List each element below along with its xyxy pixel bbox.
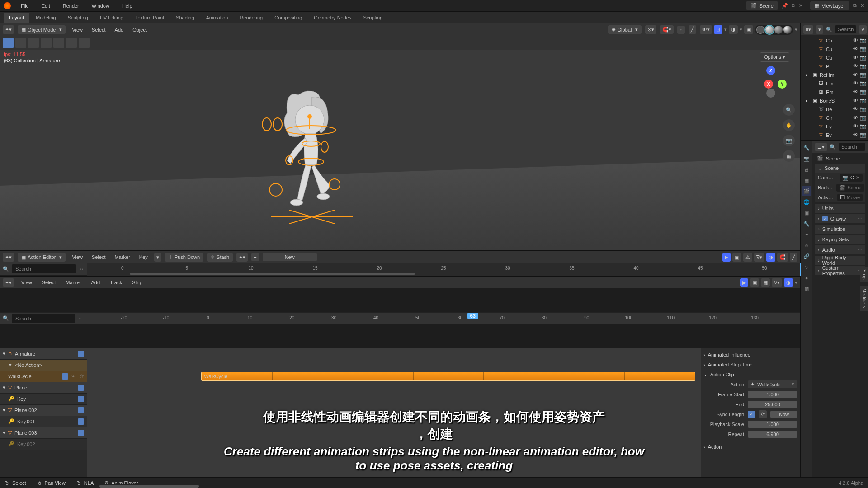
camera-view-icon[interactable]: 📷 [783,135,795,146]
ae-box-icon[interactable]: ▣ [732,253,741,262]
visibility-icon[interactable]: 👁▾ [700,25,712,34]
ae-view[interactable]: View [69,253,85,262]
tab-scripting[interactable]: Scripting [358,13,388,23]
prop-tab-physics-icon[interactable]: ⚛ [802,240,811,250]
nla-sel-icon[interactable]: ▶ [740,278,748,287]
panel-action-clip[interactable]: Action Clip⋯ [703,370,797,379]
vp-menu-object[interactable]: Object [130,25,150,34]
render-icon[interactable]: 📷 [860,72,866,78]
tab-uv[interactable]: UV Editing [94,13,129,23]
tab-texpaint[interactable]: Texture Paint [130,13,170,23]
sidepanel-tab-modifiers[interactable]: Modifiers [860,286,868,311]
viewport-3d[interactable]: fps: 11.55 (63) Collection | Armature Op… [0,50,800,250]
repeat-field[interactable]: 6.900 [748,431,797,438]
prop-tab-output-icon[interactable]: 🖨 [802,164,811,174]
nla-strip-walkcycle[interactable]: WalkCycle [201,372,695,381]
sync-now-icon[interactable]: ⟳ [759,410,767,418]
vp-menu-add[interactable]: Add [112,25,127,34]
prop-tab-object-icon[interactable]: ▣ [802,208,811,218]
chevron-icon[interactable] [810,106,816,113]
nla-add[interactable]: Add [88,278,103,287]
eye-icon[interactable]: 👁 [853,132,858,138]
push-down-button[interactable]: ⬇ Push Down [165,253,203,262]
outliner-search-input[interactable]: Search [835,25,856,33]
eye-icon[interactable]: 👁 [853,98,858,103]
sidepanel-tab-strip[interactable]: Strip [860,267,868,282]
tool-scale-icon[interactable] [53,38,64,48]
render-icon[interactable]: 📷 [860,123,866,129]
nla-select[interactable]: Select [39,278,59,287]
render-icon[interactable]: 📷 [860,46,866,52]
tab-sculpting[interactable]: Sculpting [62,13,94,23]
chevron-icon[interactable] [810,115,816,121]
tab-modeling[interactable]: Modeling [30,13,61,23]
chevron-icon[interactable]: ▸ [803,72,810,78]
nla-filter-icon[interactable]: ∇▾ [772,278,782,287]
nla-timeline[interactable]: WalkCycle [87,348,701,477]
solo-toggle[interactable] [78,407,84,413]
panel-units[interactable]: Units⋯ [815,204,865,213]
tool-transform-icon[interactable] [66,38,77,48]
ae-snap-icon[interactable]: 🧲 [777,253,788,262]
solo-toggle[interactable] [78,430,84,436]
nla-search-input[interactable]: Search [12,314,75,323]
render-icon[interactable]: 📷 [860,115,866,121]
tool-move-icon[interactable] [28,38,39,48]
solo-toggle[interactable] [78,418,84,425]
pan-icon[interactable]: ✋ [783,119,795,131]
vp-menu-select[interactable]: Select [89,25,108,34]
frame-end-field[interactable]: 25.000 [748,401,797,408]
shading-mode[interactable] [755,25,793,35]
render-icon[interactable]: 📷 [860,89,866,95]
viewport-options-button[interactable]: Options ▾ [760,52,789,62]
tool-annotate-icon[interactable] [79,38,90,48]
prop-tab-scene-icon[interactable]: 🎬 [802,186,811,196]
ae-select[interactable]: Select [89,253,108,262]
nla-box2-icon[interactable]: ▦ [761,278,770,287]
outliner-row[interactable]: 🖼Em👁📷 [801,88,868,96]
outliner-row[interactable]: ➰Be👁📷 [801,105,868,113]
chevron-icon[interactable] [810,123,816,130]
panel-anim-striptime[interactable]: ›Animated Strip Time [703,360,797,369]
prop-tab-tool-icon[interactable]: 🔧 [802,143,811,153]
panel-anim-influence[interactable]: ›Animated Influence [703,350,797,359]
render-icon[interactable]: 📷 [860,63,866,69]
nla-editor-type-icon[interactable]: ✦▾ [3,278,14,287]
shading-drop-icon[interactable]: ▾ [795,27,797,33]
outliner-filter-icon[interactable]: ∇ [859,25,867,34]
ae-normalize-icon[interactable]: ◑ [766,253,775,262]
outliner-row[interactable]: ▽Cir👁📷 [801,113,868,122]
nla-row-plane[interactable]: ▾▽Plane [0,382,87,394]
prop-tab-world-icon[interactable]: 🌐 [802,197,811,207]
panel-simulation[interactable]: Simulation⋯ [815,225,865,234]
outliner-row[interactable]: ▽Ca👁📷 [801,36,868,45]
star-icon[interactable]: ☆ [80,373,84,379]
playback-field[interactable]: 1.000 [748,421,797,428]
tool-select-box-icon[interactable] [3,38,14,48]
cam-field[interactable]: 📷C✕ [840,174,863,182]
eye-icon[interactable]: 👁 [853,46,858,52]
prop-tab-constraint-icon[interactable]: 🔗 [802,251,811,261]
eye-icon[interactable]: 👁 [853,80,858,86]
panel-rigidbody[interactable]: Rigid Body World⋯ [815,256,865,265]
ae-marker[interactable]: Marker [112,253,133,262]
nla-row-plane002[interactable]: ▾▽Plane.002 [0,405,87,416]
back-field[interactable]: 🎬Scene [836,184,864,192]
tool-cursor-icon[interactable] [15,38,26,48]
ae-mode[interactable]: ▦Action Editor▾ [18,253,66,262]
perspective-icon[interactable]: ▦ [783,150,795,162]
gizmo-z-icon[interactable]: Z [766,66,775,75]
outliner-row[interactable]: ▸▣BoneS👁📷 [801,96,868,105]
shading-wire-icon[interactable] [756,26,764,34]
ae-editor-type-icon[interactable]: ✦▾ [3,253,14,262]
ae-select-tool-icon[interactable]: ▶ [722,253,731,262]
propedit-icon[interactable]: ○ [677,26,685,34]
chevron-icon[interactable] [810,63,816,70]
prop-tab-texture-icon[interactable]: ▩ [802,284,811,294]
ae-pivot-icon[interactable]: ✦▾ [236,253,248,262]
viewlayer-del-icon[interactable]: ✕ [860,3,864,9]
outliner-row[interactable]: 🖼Em👁📷 [801,79,868,88]
ae-search-input[interactable]: Search [12,264,76,273]
prop-tab-material-icon[interactable]: ● [802,273,811,283]
pin-icon[interactable]: 📌 [782,3,788,9]
